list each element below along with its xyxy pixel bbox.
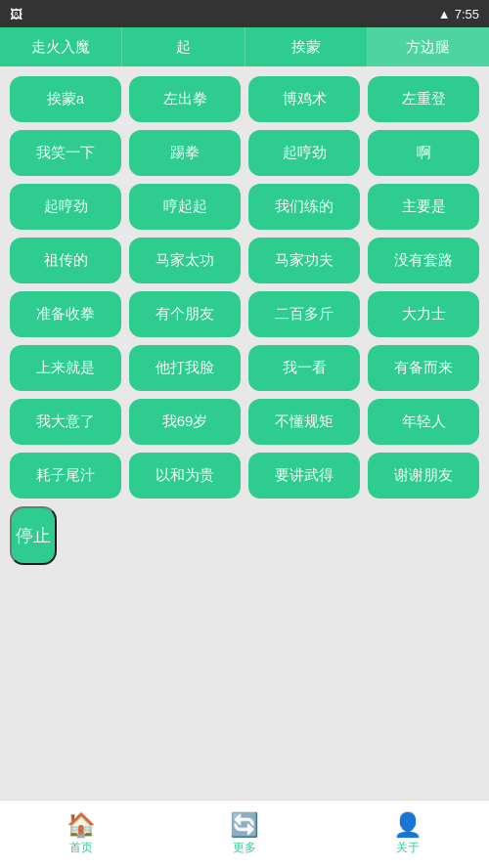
stop-button[interactable]: 停止	[10, 506, 57, 565]
chip-button[interactable]: 祖传的	[10, 238, 121, 283]
top-tabs: 走火入魔起挨蒙方边腿	[0, 27, 489, 66]
top-tab[interactable]: 起	[122, 27, 244, 66]
chip-button[interactable]: 我69岁	[129, 399, 241, 445]
chip-button[interactable]: 不懂规矩	[248, 399, 360, 445]
top-tab[interactable]: 走火入魔	[0, 27, 122, 66]
nav-icon: 👤	[393, 813, 422, 837]
chip-button[interactable]: 谢谢朋友	[368, 453, 479, 499]
nav-item-首页[interactable]: 🏠首页	[0, 801, 163, 868]
chip-button[interactable]: 我一看	[248, 345, 360, 391]
chip-button[interactable]: 以和为贵	[129, 453, 241, 499]
status-right: ▲ 7:55	[438, 7, 479, 22]
chip-button[interactable]: 马家功夫	[248, 238, 360, 283]
chip-button[interactable]: 挨蒙a	[10, 76, 121, 122]
nav-item-关于[interactable]: 👤关于	[326, 801, 489, 868]
chip-button[interactable]: 没有套路	[368, 238, 479, 283]
main-content[interactable]: 挨蒙a左出拳博鸡术左重登我笑一下踢拳起哼劲啊起哼劲哼起起我们练的主要是祖传的马家…	[0, 66, 489, 800]
chip-button[interactable]: 踢拳	[129, 130, 241, 176]
top-tab[interactable]: 挨蒙	[245, 27, 368, 66]
chip-button[interactable]: 啊	[368, 130, 479, 176]
chip-button[interactable]: 主要是	[368, 184, 479, 230]
nav-icon: 🏠	[67, 813, 96, 837]
top-tab[interactable]: 方边腿	[368, 27, 489, 66]
status-bar: 🖼 ▲ 7:55	[0, 0, 489, 27]
chip-button[interactable]: 我大意了	[10, 399, 121, 445]
chip-button[interactable]: 左出拳	[129, 76, 241, 122]
chip-button[interactable]: 有备而来	[368, 345, 479, 391]
nav-item-更多[interactable]: 🔄更多	[163, 801, 327, 868]
chip-button[interactable]: 左重登	[368, 76, 479, 122]
time-display: 7:55	[455, 7, 479, 22]
chip-button[interactable]: 马家太功	[129, 238, 241, 283]
nav-icon: 🔄	[230, 813, 259, 837]
chip-grid: 挨蒙a左出拳博鸡术左重登我笑一下踢拳起哼劲啊起哼劲哼起起我们练的主要是祖传的马家…	[10, 76, 479, 499]
chip-button[interactable]: 他打我脸	[129, 345, 241, 391]
chip-button[interactable]: 博鸡术	[248, 76, 360, 122]
chip-button[interactable]: 我们练的	[248, 184, 360, 230]
nav-label: 首页	[69, 840, 93, 856]
status-left: 🖼	[10, 7, 22, 22]
photo-icon: 🖼	[10, 7, 22, 22]
chip-button[interactable]: 起哼劲	[248, 130, 360, 176]
chip-button[interactable]: 年轻人	[368, 399, 479, 445]
chip-button[interactable]: 要讲武得	[248, 453, 360, 499]
nav-label: 关于	[396, 840, 420, 856]
chip-button[interactable]: 我笑一下	[10, 130, 121, 176]
chip-button[interactable]: 哼起起	[129, 184, 241, 230]
bottom-nav: 🏠首页🔄更多👤关于	[0, 800, 489, 868]
chip-button[interactable]: 二百多斤	[248, 291, 360, 337]
nav-label: 更多	[233, 840, 256, 856]
chip-button[interactable]: 耗子尾汁	[10, 453, 121, 499]
chip-button[interactable]: 大力士	[368, 291, 479, 337]
chip-button[interactable]: 准备收拳	[10, 291, 121, 337]
signal-icon: ▲	[438, 7, 451, 22]
chip-button[interactable]: 上来就是	[10, 345, 121, 391]
chip-button[interactable]: 起哼劲	[10, 184, 121, 230]
chip-button[interactable]: 有个朋友	[129, 291, 241, 337]
